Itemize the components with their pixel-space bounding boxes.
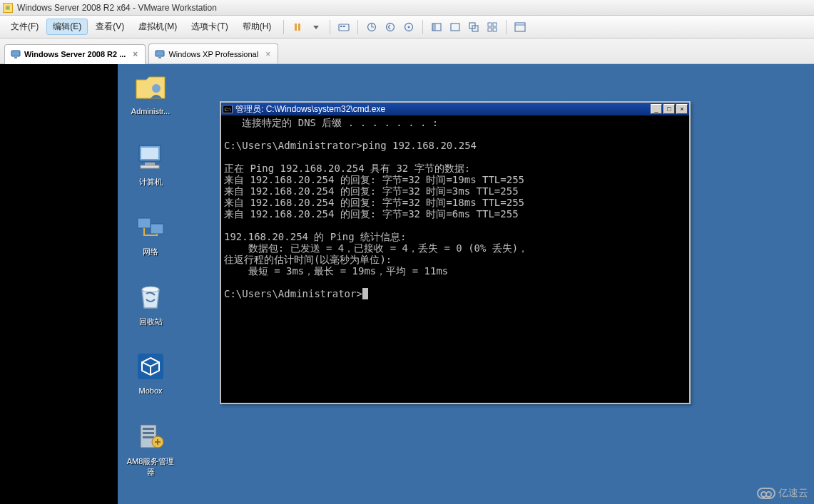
- svg-rect-29: [138, 218, 151, 228]
- svg-rect-35: [143, 432, 154, 434]
- maximize-button[interactable]: □: [663, 104, 675, 114]
- app-titlebar: ▣ Windows Server 2008 R2 x64 - VMware Wo…: [0, 0, 814, 16]
- icon-label: 回收站: [123, 317, 178, 327]
- icon-label: 网络: [123, 247, 178, 257]
- menu-help[interactable]: 帮助(H): [236, 19, 278, 35]
- watermark-text: 亿速云: [778, 487, 808, 500]
- separator: [330, 20, 330, 34]
- tab-windows-server[interactable]: Windows Server 2008 R2 ... ×: [4, 44, 146, 64]
- svg-rect-23: [158, 57, 161, 58]
- fit-guest-button[interactable]: [429, 19, 444, 35]
- desktop-icon-recycle-bin[interactable]: 回收站: [123, 279, 178, 327]
- folder-user-icon: [133, 70, 168, 104]
- minimize-button[interactable]: _: [651, 104, 662, 114]
- snapshot-revert-button[interactable]: [382, 19, 398, 35]
- svg-rect-11: [451, 24, 459, 31]
- tabbar: Windows Server 2008 R2 ... × Windows XP …: [0, 38, 814, 64]
- tab-windows-xp[interactable]: Windows XP Professional ×: [148, 43, 278, 63]
- svg-rect-2: [339, 24, 349, 31]
- close-icon[interactable]: ×: [265, 49, 270, 59]
- app-title: Windows Server 2008 R2 x64 - VMware Work…: [17, 3, 217, 13]
- thumbnail-button[interactable]: [484, 19, 500, 35]
- svg-rect-34: [143, 428, 154, 430]
- svg-rect-15: [493, 23, 497, 26]
- svg-rect-1: [298, 24, 300, 31]
- watermark-logo-icon: [757, 488, 775, 499]
- svg-rect-21: [14, 57, 17, 58]
- desktop-icon-am8[interactable]: AM8服务管理器: [123, 419, 178, 478]
- svg-rect-30: [151, 224, 163, 234]
- tab-label: Windows Server 2008 R2 ...: [24, 50, 126, 58]
- icon-label: 计算机: [123, 177, 178, 187]
- cmd-titlebar[interactable]: C:\ 管理员: C:\Windows\system32\cmd.exe _ □…: [221, 103, 689, 115]
- mobox-icon: [133, 349, 168, 384]
- svg-rect-17: [493, 28, 497, 31]
- close-button[interactable]: ×: [676, 104, 688, 114]
- menu-tabs[interactable]: 选项卡(T): [185, 19, 234, 35]
- menubar: 文件(F) 编辑(E) 查看(V) 虚拟机(M) 选项卡(T) 帮助(H): [0, 16, 814, 38]
- svg-rect-26: [141, 148, 158, 159]
- guest-desktop[interactable]: Administr... 计算机 网络 回收站 Mobox AM8服务管理器 C…: [118, 64, 814, 504]
- computer-icon: [133, 140, 168, 174]
- vm-display: Administr... 计算机 网络 回收站 Mobox AM8服务管理器 C…: [0, 64, 814, 504]
- cmd-icon: C:\: [223, 105, 233, 113]
- send-ctrl-alt-del-button[interactable]: [336, 19, 352, 35]
- menu-vm[interactable]: 虚拟机(M): [132, 19, 183, 35]
- svg-rect-3: [340, 26, 342, 27]
- close-icon[interactable]: ×: [133, 49, 138, 59]
- fullscreen-button[interactable]: [447, 19, 463, 35]
- watermark: 亿速云: [757, 487, 808, 500]
- cmd-output[interactable]: 连接特定的 DNS 后缀 . . . . . . . : C:\Users\Ad…: [221, 115, 689, 403]
- icon-label: Administr...: [123, 107, 178, 115]
- desktop-icon-mobox[interactable]: Mobox: [123, 349, 178, 395]
- svg-rect-18: [515, 23, 525, 31]
- pause-button[interactable]: [290, 19, 305, 35]
- letterbox-left: [0, 64, 118, 504]
- recycle-bin-icon: [133, 279, 168, 314]
- menu-view[interactable]: 查看(V): [89, 19, 131, 35]
- svg-rect-36: [143, 436, 154, 438]
- separator: [283, 20, 284, 34]
- desktop-icon-administrator[interactable]: Administr...: [123, 70, 178, 115]
- svg-rect-14: [488, 23, 492, 26]
- svg-rect-28: [141, 165, 159, 168]
- svg-rect-4: [343, 26, 345, 27]
- desktop-icon-computer[interactable]: 计算机: [123, 140, 178, 187]
- separator: [506, 20, 507, 34]
- svg-rect-22: [156, 51, 164, 56]
- cmd-title-text: 管理员: C:\Windows\system32\cmd.exe: [235, 103, 385, 115]
- monitor-icon: [11, 49, 21, 59]
- svg-point-6: [387, 23, 395, 31]
- svg-rect-0: [295, 24, 297, 31]
- icon-label: Mobox: [123, 386, 178, 395]
- svg-rect-27: [145, 163, 155, 165]
- svg-point-8: [408, 26, 410, 28]
- separator: [422, 20, 423, 34]
- console-view-button[interactable]: [512, 19, 528, 35]
- server-manager-icon: [133, 419, 168, 453]
- network-icon: [133, 210, 168, 244]
- unity-button[interactable]: [466, 19, 482, 35]
- menu-edit[interactable]: 编辑(E): [46, 19, 88, 35]
- tab-label: Windows XP Professional: [168, 50, 258, 58]
- dropdown-button[interactable]: [308, 19, 324, 35]
- desktop-icon-network[interactable]: 网络: [123, 210, 178, 257]
- svg-rect-10: [432, 24, 436, 31]
- icon-label: AM8服务管理器: [123, 456, 178, 478]
- snapshot-button[interactable]: [364, 19, 380, 35]
- monitor-icon: [155, 49, 165, 59]
- snapshot-manager-button[interactable]: [401, 19, 417, 35]
- svg-rect-16: [488, 28, 492, 31]
- separator: [357, 20, 358, 34]
- cmd-window[interactable]: C:\ 管理员: C:\Windows\system32\cmd.exe _ □…: [220, 101, 691, 404]
- svg-point-24: [152, 84, 161, 93]
- svg-point-31: [142, 287, 159, 292]
- vmware-icon: ▣: [3, 3, 13, 13]
- menu-file[interactable]: 文件(F): [4, 19, 45, 35]
- svg-rect-20: [11, 51, 20, 56]
